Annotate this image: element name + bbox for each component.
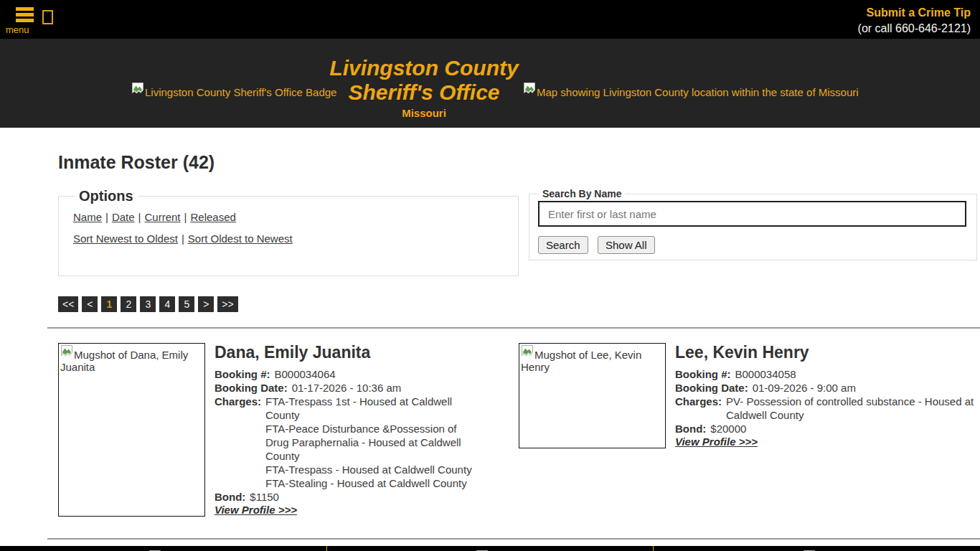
- pagination-page-5[interactable]: 5: [179, 296, 194, 312]
- inmate-roster-row: Mugshot of Dana, Emily Juanita Dana, Emi…: [58, 343, 977, 517]
- menu-button[interactable]: menu: [6, 7, 40, 35]
- separator: |: [182, 232, 184, 245]
- footer-column: Rec Aler: [0, 546, 326, 551]
- broken-image-icon: [60, 344, 73, 361]
- broken-image-icon: [521, 344, 534, 361]
- filter-link-released[interactable]: Released: [190, 211, 235, 223]
- charge-item: PV- Possession of controlled substance -…: [726, 395, 977, 422]
- pagination-next[interactable]: >: [198, 296, 214, 312]
- booking-number-value: B000034064: [275, 367, 336, 381]
- pagination-page-2[interactable]: 2: [121, 296, 136, 312]
- inmate-name: Lee, Kevin Henry: [675, 343, 977, 362]
- inmate-name: Dana, Emily Juanita: [215, 343, 519, 362]
- booking-number-label: Booking #:: [215, 367, 270, 381]
- view-profile-link[interactable]: View Profile >>>: [675, 435, 758, 448]
- charge-item: FTA-Trespass 1st - Housed at Caldwell Co…: [265, 395, 482, 422]
- county-map-broken-image: Map showing Livingston County location w…: [523, 82, 859, 98]
- charges-list: PV- Possession of controlled substance -…: [726, 395, 977, 422]
- charges-row: Charges: PV- Possession of controlled su…: [675, 395, 977, 422]
- inmate-card: Mugshot of Dana, Emily Juanita Dana, Emi…: [58, 343, 519, 517]
- footer-column: Crime Tips: [653, 546, 980, 551]
- separator: |: [105, 211, 108, 223]
- inmate-details: Dana, Emily Juanita Booking #: B00003406…: [215, 343, 519, 517]
- charge-item: FTA-Stealing - Housed at Caldwell County: [265, 476, 482, 490]
- sort-links-row: Sort Newest to Oldest|Sort Oldest to New…: [73, 232, 509, 245]
- mugshot-alt-text: Mugshot of Dana, Emily Juanita: [60, 349, 188, 373]
- mugshot-alt-text: Mugshot of Lee, Kevin Henry: [521, 349, 641, 373]
- menu-label: menu: [6, 24, 40, 35]
- search-input[interactable]: [538, 201, 966, 227]
- missing-glyph-icon: [42, 10, 53, 24]
- charge-item: FTA-Peace Disturbance &Possession of Dru…: [265, 422, 482, 463]
- pagination-last[interactable]: >>: [217, 296, 237, 312]
- options-legend: Options: [75, 188, 138, 204]
- filter-link-date[interactable]: Date: [112, 211, 135, 223]
- pagination-page-1[interactable]: 1: [101, 296, 117, 312]
- top-bar: menu Submit a Crime Tip (or call 660-646…: [0, 0, 980, 39]
- show-all-button[interactable]: Show All: [598, 236, 655, 254]
- mugshot-broken-image[interactable]: Mugshot of Lee, Kevin Henry: [519, 343, 666, 448]
- view-profile-link[interactable]: View Profile >>>: [215, 504, 297, 516]
- inmate-details: Lee, Kevin Henry Booking #: B000034058 B…: [675, 343, 977, 448]
- site-title-state: Missouri: [273, 107, 575, 119]
- booking-date-value: 01-17-2026 - 10:36 am: [292, 381, 402, 395]
- crime-tip-phone: (or call 660-646-2121): [858, 21, 971, 37]
- charges-row: Charges: FTA-Trespass 1st - Housed at Ca…: [215, 395, 519, 490]
- separator: |: [184, 211, 187, 223]
- bond-value: $1150: [250, 490, 279, 504]
- booking-date-row: Booking Date: 01-17-2026 - 10:36 am: [215, 381, 519, 395]
- submit-crime-tip-link[interactable]: Submit a Crime Tip: [858, 5, 971, 21]
- charges-label: Charges:: [215, 395, 261, 490]
- options-panel: Options Name|Date|Current|Released Sort …: [58, 188, 519, 276]
- booking-date-value: 01-09-2026 - 9:00 am: [753, 381, 856, 395]
- footer-divider: [47, 538, 980, 540]
- bond-row: Bond: $20000: [675, 422, 977, 435]
- section-divider: [47, 327, 980, 329]
- filter-links-row: Name|Date|Current|Released: [73, 211, 509, 223]
- bond-value: $20000: [710, 422, 746, 435]
- search-buttons-row: Search Show All: [538, 236, 968, 254]
- charges-label: Charges:: [675, 395, 722, 422]
- booking-date-label: Booking Date:: [215, 381, 288, 395]
- search-panel: Search By Name Search Show All: [529, 188, 977, 260]
- booking-number-row: Booking #: B000034064: [215, 367, 519, 381]
- sort-link-oldest-to-newest[interactable]: Sort Oldest to Newest: [188, 232, 293, 245]
- crime-tip-area: Submit a Crime Tip (or call 660-646-2121…: [858, 5, 971, 37]
- page: menu Submit a Crime Tip (or call 660-646…: [0, 0, 980, 551]
- charge-item: FTA-Trespass - Housed at Caldwell County: [265, 463, 482, 476]
- pagination-page-4[interactable]: 4: [159, 296, 175, 312]
- sort-link-newest-to-oldest[interactable]: Sort Newest to Oldest: [73, 232, 178, 245]
- pagination-page-3[interactable]: 3: [140, 296, 156, 312]
- footer-bar: Rec Aler Con Bub Crime Tips: [0, 546, 980, 551]
- page-title: Inmate Roster (42): [58, 152, 980, 173]
- booking-number-value: B000034058: [735, 367, 796, 381]
- search-button[interactable]: Search: [538, 236, 588, 254]
- site-title-line1: Livingston County: [273, 56, 575, 80]
- main-content: Inmate Roster (42) Options Name|Date|Cur…: [0, 128, 980, 540]
- separator: |: [138, 211, 141, 223]
- site-header: Livingston County Sheriff's Office Badge…: [0, 39, 980, 128]
- filter-link-name[interactable]: Name: [73, 211, 102, 223]
- bond-label: Bond:: [215, 490, 245, 504]
- charges-list: FTA-Trespass 1st - Housed at Caldwell Co…: [265, 395, 482, 490]
- search-legend: Search By Name: [540, 188, 625, 199]
- booking-date-row: Booking Date: 01-09-2026 - 9:00 am: [675, 381, 977, 395]
- bond-label: Bond:: [675, 422, 706, 435]
- county-map-alt-text: Map showing Livingston County location w…: [537, 86, 859, 98]
- booking-number-row: Booking #: B000034058: [675, 367, 977, 381]
- mugshot-broken-image[interactable]: Mugshot of Dana, Emily Juanita: [58, 343, 205, 517]
- bond-row: Bond: $1150: [215, 490, 519, 504]
- booking-number-label: Booking #:: [675, 367, 731, 381]
- broken-image-icon: [131, 82, 144, 98]
- pagination: <<<12345>>>: [58, 296, 980, 312]
- pagination-first[interactable]: <<: [58, 296, 78, 312]
- filter-link-current[interactable]: Current: [145, 211, 181, 223]
- footer-column: Con Bub: [326, 546, 654, 551]
- broken-image-icon: [523, 82, 536, 98]
- booking-date-label: Booking Date:: [675, 381, 748, 395]
- inmate-card: Mugshot of Lee, Kevin Henry Lee, Kevin H…: [519, 343, 977, 448]
- hamburger-icon: [16, 7, 34, 22]
- pagination-prev[interactable]: <: [82, 296, 98, 312]
